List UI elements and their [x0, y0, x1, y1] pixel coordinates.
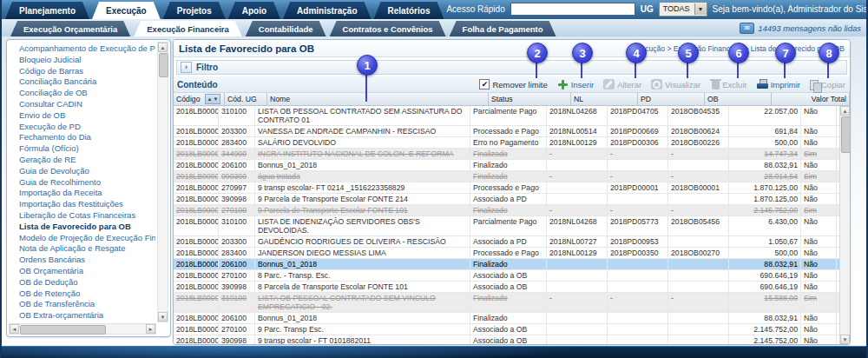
cell-excluido: Sim — [801, 171, 837, 182]
table-row[interactable]: 2018LB00003310100LISTA OB PESSOAL CONTRA… — [174, 293, 839, 313]
sidebar-horizontal-scrollbar[interactable]: ◄ ► — [9, 323, 156, 335]
sort-asc-icon[interactable]: ▲ — [207, 96, 213, 102]
sidebar-item-nota-de-aplicacao-e-resgate[interactable]: Nota de Aplicação e Resgate — [19, 243, 155, 255]
table-row[interactable]: 2018LB00001206100Bonnus_01_2018Finalizad… — [174, 160, 839, 171]
cell-valor-total: 1.870.125,00 — [729, 194, 801, 204]
sort-desc-icon[interactable]: ▼ — [213, 96, 218, 102]
sidebar-item-importacao-das-restituicoes[interactable]: Importação das Restituições — [19, 199, 155, 210]
sidebar-item-consultar-cadin[interactable]: Consultar CADIN — [19, 99, 155, 110]
sidebar-item-conciliacao-de-ob[interactable]: Conciliação de OB — [19, 88, 155, 99]
sidebar-item-execucao-de-pd[interactable]: Execução de PD — [19, 122, 155, 133]
sidebar-item-lista-de-favorecido-para-ob[interactable]: Lista de Favorecido para OB — [19, 222, 155, 233]
sidebar-item-envio-de-ob[interactable]: Envio de OB — [19, 110, 155, 122]
top-tab-relatorios[interactable]: Relatórios — [374, 2, 444, 19]
scroll-left-icon[interactable]: ◄ — [10, 324, 19, 334]
cell-nome: 9 Parcela de Transporte Escolar FONTE 21… — [255, 194, 470, 204]
table-row[interactable]: 2018LB000023909988 Parcela de Transporte… — [174, 282, 839, 293]
sidebar-item-conciliacao-bancaria[interactable]: Conciliação Bancária — [19, 76, 155, 88]
table-row[interactable]: 2018LB000013909989 Parcela de Transporte… — [174, 194, 839, 205]
table-row[interactable]: 2018LB000032701009 Parc. Transp Esc.Asso… — [174, 324, 839, 335]
table-row[interactable]: 2018LB000012701009 Parcela de Transporte… — [174, 205, 839, 216]
cell-ob — [668, 194, 729, 204]
sub-tab-contratos-e-convenios[interactable]: Contratos e Convênios — [330, 21, 446, 36]
table-row[interactable]: 2018LB00001090300água tratadaFinalizado-… — [174, 171, 839, 182]
table-row[interactable]: 2018LB00001283400SALÁRIO DEVOLVIDOErro n… — [174, 137, 839, 149]
cell-valor-total: 88.032,91 — [729, 259, 801, 269]
sidebar-item-geracao-de-re[interactable]: Geração de RE — [19, 155, 155, 166]
column-header-label: OB — [707, 95, 719, 103]
sidebar-item-ob-orcamentaria[interactable]: OB Orçamentária — [19, 266, 155, 277]
top-tab-planejamento[interactable]: Planejamento — [5, 2, 89, 19]
table-row[interactable]: 2018LB00002310100LISTA DE INDENIZAÇÃO SE… — [174, 216, 839, 236]
scroll-up-icon[interactable]: ▲ — [158, 43, 168, 52]
imprimir-button[interactable]: Imprimir — [757, 79, 800, 90]
table-row[interactable]: 2018LB00001344900INCRA INSTITUTO NACIONA… — [174, 149, 839, 160]
visualizar-button[interactable]: Visualizar — [651, 79, 700, 90]
sidebar-item-guia-de-devolucao[interactable]: Guia de Devolução — [19, 166, 155, 177]
inserir-button[interactable]: Inserir — [557, 79, 594, 90]
table-row[interactable]: 2018LB000022701008 Parc. - Transp. Esc.A… — [174, 270, 839, 282]
table-row[interactable]: 2018LB00001203300VANESSA DE ANDRADE CAMP… — [174, 126, 839, 137]
sidebar-item-importacao-da-receita[interactable]: Importação da Receita — [19, 188, 155, 199]
quick-access-input[interactable] — [510, 3, 635, 16]
sidebar-item-liberacao-de-cotas-financeiras[interactable]: Liberação de Cotas Financeiras — [19, 210, 155, 222]
sidebar-item-ob-extra-orcamentaria[interactable]: OB Extra-orçamentária — [19, 310, 155, 322]
sort-buttons[interactable]: ▲▼ — [205, 94, 221, 104]
top-tab-projetos[interactable]: Projetos — [163, 2, 226, 19]
scroll-down-icon[interactable]: ▼ — [840, 335, 850, 344]
table-row[interactable]: 2018LB00002283400JANDERSON DIEGO MESSIAS… — [174, 248, 839, 259]
scroll-up-icon[interactable]: ▲ — [840, 106, 850, 116]
sidebar-item-acompanhamento-de-execucao-de-pd[interactable]: Acompanhamento de Execução de PD — [19, 43, 155, 55]
table-row[interactable]: 2018LB00002206100Bonnus_01_2018Finalizad… — [174, 259, 839, 270]
top-tab-apoio[interactable]: Apoio — [228, 2, 280, 19]
sidebar: Acompanhamento de Execução de PDBloqueio… — [6, 39, 171, 337]
table-vertical-scrollbar[interactable]: ▲ ▼ — [839, 106, 850, 344]
table-row[interactable]: 2018LB00003206100Bonnus_01_2018Finalizad… — [174, 313, 839, 324]
cell-excluido: Sim — [801, 293, 837, 312]
sidebar-item-formula-oficio[interactable]: Fórmula (Ofício) — [19, 143, 155, 155]
table-row[interactable]: 2018LB000012709979 transp escolar- FT 02… — [174, 182, 839, 194]
top-tab-administracao[interactable]: Administração — [283, 2, 371, 19]
table-row[interactable]: 2018LB00001310100LISTA OB PESSOAL CONTRA… — [174, 106, 839, 126]
sidebar-vertical-scrollbar[interactable]: ▲ ▼ — [157, 42, 168, 322]
cell-nl: - — [547, 293, 608, 312]
cell-status: Finalizado — [470, 293, 547, 312]
cell-nome: LISTA DE INDENIZAÇÃO SERVIDORES OBS'S DE… — [255, 216, 470, 235]
cell-cod-ug: 203300 — [219, 126, 255, 136]
content-panel: Lista de Favorecido para OB Execução > E… — [173, 39, 851, 345]
sidebar-item-ob-de-deducao[interactable]: OB de Dedução — [19, 277, 155, 288]
sub-tab-contabilidade[interactable]: Contabilidade — [246, 21, 326, 36]
sidebar-item-modelo-de-projecao-de-execucao-financ[interactable]: Modelo de Projeção de Execução Financ — [19, 233, 155, 244]
sidebar-item-codigo-de-barras[interactable]: Código de Barras — [19, 66, 155, 77]
excluir-button[interactable]: Excluir — [710, 79, 747, 90]
ug-select[interactable]: TODAS ▼ — [659, 2, 707, 17]
sidebar-item-guia-de-recolhimento[interactable]: Guia de Recolhimento — [19, 177, 155, 189]
toolbar: ✔ Remover limite InserirAlterarVisualiza… — [479, 79, 845, 90]
sidebar-item-ordens-bancarias[interactable]: Ordens Bancárias — [19, 255, 155, 266]
sidebar-item-ob-de-retencao[interactable]: OB de Retenção — [19, 288, 155, 300]
scroll-right-icon[interactable]: ► — [146, 324, 155, 334]
scrollbar-thumb[interactable] — [20, 325, 106, 335]
top-tab-execucao[interactable]: Execução — [92, 2, 161, 19]
sub-tab-execucao-orcamentaria[interactable]: Execução Orçamentária — [10, 21, 130, 36]
sidebar-item-ob-de-transferencia[interactable]: OB de Transferência — [19, 299, 155, 310]
copiar-button[interactable]: Copiar — [810, 79, 845, 90]
cell-codigo: 2018LB00002 — [174, 216, 219, 235]
cell-ob — [668, 324, 729, 335]
messages-link[interactable]: ✉ 14493 mensagens não lidas — [740, 23, 861, 36]
scrollbar-thumb[interactable] — [159, 53, 168, 77]
sub-tab-folha-de-pagamento[interactable]: Folha de Pagamento — [450, 21, 556, 36]
alterar-button[interactable]: Alterar — [603, 79, 641, 90]
table-row[interactable]: 2018LB00002203300GAUDÊNCIO RODRIGUES DE … — [174, 236, 839, 248]
cell-nome: LISTA OB PESSOAL CONTRATADO SEM ASSINATU… — [255, 106, 470, 125]
cell-codigo: 2018LB00001 — [174, 160, 219, 170]
remove-limit-checkbox[interactable]: ✔ Remover limite — [479, 79, 547, 90]
sub-tab-execucao-financeira[interactable]: Execução Financeira — [134, 21, 242, 36]
scroll-down-icon[interactable]: ▼ — [158, 312, 168, 322]
sidebar-item-bloqueio-judicial[interactable]: Bloqueio Judicial — [19, 55, 155, 66]
sidebar-item-fechamento-do-dia[interactable]: Fechamento do Dia — [19, 132, 155, 143]
column-header-label: Nome — [270, 95, 290, 103]
scrollbar-thumb[interactable] — [841, 116, 850, 153]
table-row[interactable]: 2018LB000033909989 transp escolar - FT 0… — [174, 335, 839, 344]
filter-expand-button[interactable]: › — [181, 62, 192, 73]
